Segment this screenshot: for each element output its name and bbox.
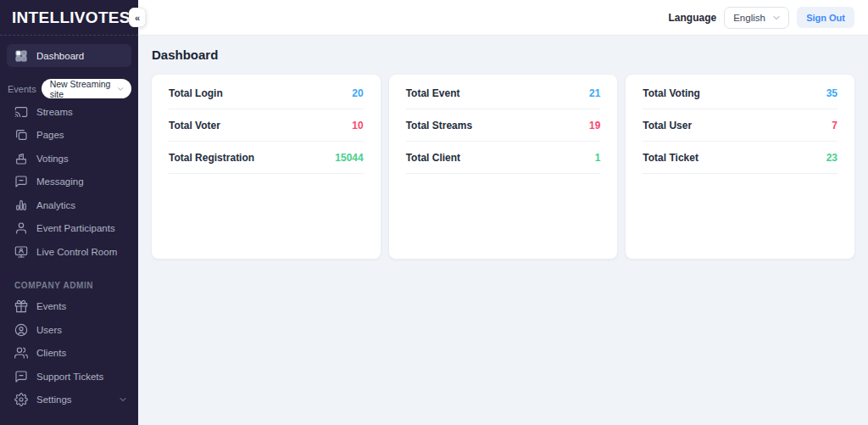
user-circle-icon [14, 323, 28, 337]
dashboard-grid-icon [14, 49, 28, 63]
stat-row: Total User 7 [643, 109, 837, 142]
app-logo: INTELLIVOTES [0, 0, 138, 36]
sidebar-item-analytics[interactable]: Analytics [0, 193, 138, 217]
sidebar-item-clients[interactable]: Clients [0, 342, 138, 366]
stat-value: 10 [352, 120, 363, 131]
main-area: Language English Sign Out Dashboard Tota… [138, 0, 868, 425]
event-select-value: New Streaming site [50, 79, 116, 99]
sidebar-item-label: Support Tickets [36, 372, 103, 382]
language-select[interactable]: English [724, 7, 789, 29]
sidebar-item-events-admin[interactable]: Events [0, 295, 138, 319]
sidebar-item-label: Users [36, 325, 62, 335]
page-title: Dashboard [152, 48, 854, 62]
person-icon [14, 221, 28, 235]
double-chevron-left-icon: « [135, 13, 140, 23]
stat-card-1: Total Login 20 Total Voter 10 Total Regi… [152, 75, 381, 259]
sidebar-item-label: Messaging [36, 176, 84, 187]
stat-value: 1 [595, 152, 601, 164]
stat-card-3: Total Voting 35 Total User 7 Total Ticke… [626, 75, 854, 259]
sidebar-collapse-button[interactable]: « [129, 8, 146, 27]
stat-label: Total User [643, 120, 692, 131]
company-admin-section-label: COMPANY ADMIN [0, 264, 138, 295]
sidebar-item-event-participants[interactable]: Event Participants [0, 217, 138, 241]
sidebar-item-label: Dashboard [36, 51, 84, 61]
people-icon [14, 346, 28, 360]
stat-label: Total Login [169, 87, 223, 99]
sidebar-item-label: Pages [36, 130, 64, 140]
stat-label: Total Streams [406, 120, 472, 131]
stat-row: Total Event 21 [406, 77, 601, 109]
events-label: Events [7, 84, 36, 94]
stat-label: Total Voter [169, 120, 220, 131]
top-header: Language English Sign Out [138, 0, 868, 36]
sidebar-item-support-tickets[interactable]: Support Tickets [0, 365, 138, 389]
sidebar-item-label: Event Participants [36, 223, 115, 233]
stat-value: 15044 [335, 152, 363, 164]
sidebar-item-dashboard[interactable]: Dashboard [7, 44, 131, 67]
cast-icon [14, 105, 28, 119]
sidebar-item-label: Analytics [36, 200, 75, 210]
presentation-screen-icon [14, 245, 28, 259]
sidebar-item-label: Live Control Room [36, 247, 117, 257]
support-chat-icon [14, 370, 28, 383]
stat-row: Total Client 1 [406, 142, 601, 174]
pages-icon [14, 128, 28, 142]
stat-card-2: Total Event 21 Total Streams 19 Total Cl… [389, 75, 618, 259]
chevron-down-icon [771, 13, 782, 23]
sidebar-item-label: Settings [36, 394, 72, 405]
stat-value: 35 [826, 87, 837, 99]
stat-label: Total Voting [643, 87, 700, 99]
stat-value: 7 [832, 120, 837, 131]
sidebar-item-streams[interactable]: Streams [0, 100, 138, 124]
gift-icon [14, 299, 28, 313]
sidebar-item-votings[interactable]: Votings [0, 147, 138, 171]
stat-row: Total Login 20 [169, 77, 364, 109]
sidebar-item-pages[interactable]: Pages [0, 124, 138, 148]
stat-cards-row: Total Login 20 Total Voter 10 Total Regi… [152, 75, 854, 259]
chevron-down-icon [116, 84, 125, 94]
dashboard-content: Dashboard Total Login 20 Total Voter 10 … [138, 36, 868, 259]
sidebar-item-users[interactable]: Users [0, 318, 138, 342]
stat-label: Total Ticket [643, 152, 698, 164]
stat-row: Total Ticket 23 [643, 142, 837, 174]
stat-label: Total Event [406, 87, 460, 99]
sidebar-item-messaging[interactable]: Messaging [0, 171, 138, 194]
stat-row: Total Registration 15044 [169, 142, 364, 174]
sidebar: INTELLIVOTES « Dashboard Events New Stre… [0, 0, 138, 425]
sidebar-item-live-control-room[interactable]: Live Control Room [0, 240, 138, 264]
sidebar-item-label: Events [36, 301, 66, 311]
chevron-down-icon [118, 394, 128, 405]
ballot-box-icon [14, 152, 28, 165]
bar-chart-icon [14, 199, 28, 212]
gear-icon [14, 393, 28, 406]
stat-label: Total Client [406, 152, 460, 164]
language-select-value: English [733, 13, 765, 23]
events-selector-row: Events New Streaming site [7, 79, 131, 98]
stat-row: Total Voter 10 [169, 109, 364, 142]
stat-value: 23 [826, 152, 837, 164]
stat-row: Total Streams 19 [406, 109, 601, 142]
sidebar-item-label: Votings [36, 154, 69, 164]
stat-value: 20 [352, 87, 363, 99]
language-label: Language [669, 12, 717, 24]
stat-value: 21 [589, 87, 600, 99]
sidebar-item-settings[interactable]: Settings [0, 389, 138, 412]
stat-row: Total Voting 35 [643, 77, 837, 109]
event-select[interactable]: New Streaming site [42, 79, 131, 98]
sidebar-item-label: Streams [36, 107, 73, 117]
stat-value: 19 [589, 120, 600, 131]
stat-label: Total Registration [169, 152, 254, 164]
sidebar-item-label: Clients [36, 348, 66, 358]
chat-bubble-icon [14, 175, 28, 188]
sign-out-button[interactable]: Sign Out [797, 7, 854, 28]
